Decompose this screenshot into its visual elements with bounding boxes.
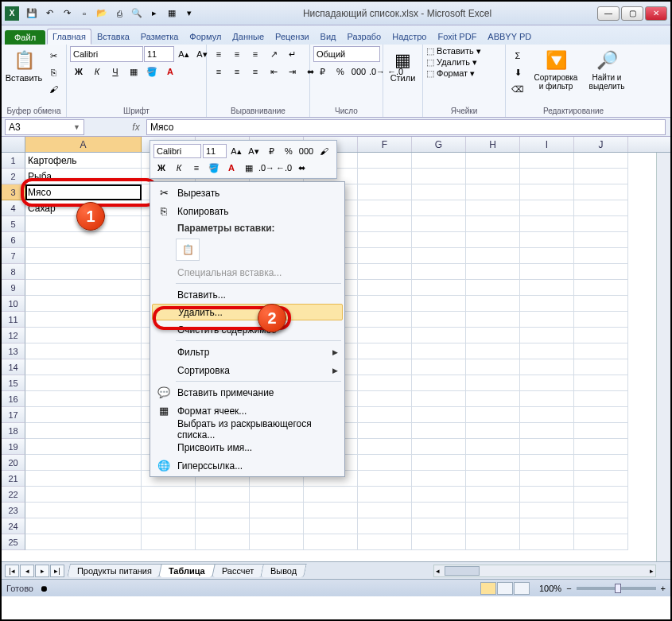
cell[interactable] [412,503,466,518]
grow-font[interactable]: A▴ [175,46,192,62]
cell[interactable] [466,200,520,216]
mini-fill-color[interactable]: 🪣 [206,161,222,175]
menu-filter[interactable]: Фильтр ▶ [152,343,343,361]
cell[interactable] [25,471,142,487]
cell[interactable] [412,184,466,200]
cell[interactable] [412,216,466,232]
cell[interactable] [358,232,412,248]
align-center[interactable]: ≡ [228,64,246,80]
cell[interactable] [358,296,412,312]
menu-copy[interactable]: ⎘ Копировать [152,202,343,220]
cell[interactable] [412,534,466,550]
cell[interactable] [574,471,628,487]
view-page-break[interactable] [514,582,530,595]
cell[interactable] [142,503,196,518]
cell[interactable] [520,391,574,407]
cell[interactable] [25,296,142,312]
sheet-tab[interactable]: Вывод [261,564,308,577]
fx-button[interactable]: fx [127,119,145,135]
cell[interactable]: Мясо [25,184,142,200]
spreadsheet-grid[interactable]: A B C D E F G H I J 1Картофель2Рыба3Мясо… [2,137,670,561]
cell[interactable] [250,503,304,518]
view-page-layout[interactable] [497,582,513,595]
maximize-button[interactable]: ▢ [621,6,643,21]
paste-button[interactable]: 📋 Вставить [5,46,43,84]
row-header[interactable]: 23 [2,503,25,518]
cell[interactable] [358,503,412,518]
fill[interactable]: ⬇ [509,64,526,80]
cell[interactable] [196,534,250,550]
menu-delete[interactable]: Удалить... [152,304,343,320]
cell[interactable] [196,503,250,518]
align-right[interactable]: ≡ [247,64,264,80]
cell[interactable] [466,534,520,550]
row-header[interactable]: 5 [2,216,25,232]
cell[interactable] [574,153,628,169]
tab-layout[interactable]: Разметка [135,29,185,45]
cell[interactable] [466,343,520,359]
cell[interactable] [358,216,412,232]
cell[interactable] [412,232,466,248]
cell[interactable] [25,232,142,248]
mini-inc-decimal[interactable]: .0→ [258,161,274,175]
fill-color-button[interactable]: 🪣 [143,64,161,80]
cell[interactable] [520,280,574,296]
cell[interactable] [574,280,628,296]
cell[interactable] [412,169,466,184]
mini-dec-decimal[interactable]: ←.0 [276,161,292,175]
currency[interactable]: ₽ [313,64,331,80]
tab-addins[interactable]: Надстро [386,29,432,45]
cell[interactable] [520,455,574,471]
cell[interactable] [25,280,142,296]
cell[interactable] [412,280,466,296]
mini-border[interactable]: ▦ [241,161,257,175]
row-header[interactable]: 3 [2,184,25,200]
row-header[interactable]: 18 [2,423,25,439]
qat-preview[interactable]: 🔍 [129,6,145,21]
sheet-tab[interactable]: Таблица [158,564,215,577]
cell[interactable] [142,534,196,550]
row-header[interactable]: 20 [2,455,25,471]
cell[interactable] [358,439,412,455]
tab-developer[interactable]: Разрабо [342,29,387,45]
cell[interactable] [520,264,574,280]
cell[interactable] [358,248,412,264]
row-header[interactable]: 4 [2,200,25,216]
cell[interactable] [412,359,466,375]
cell[interactable] [520,296,574,312]
cell[interactable] [250,518,304,534]
file-tab[interactable]: Файл [5,30,45,45]
zoom-slider[interactable] [577,587,656,590]
percent[interactable]: % [332,64,349,80]
cell[interactable] [358,407,412,423]
cell[interactable] [358,471,412,487]
cell[interactable] [574,439,628,455]
row-header[interactable]: 10 [2,296,25,312]
cell[interactable] [520,232,574,248]
cell[interactable] [466,407,520,423]
row-header[interactable]: 24 [2,518,25,534]
mini-grow-font[interactable]: A▴ [228,144,244,158]
mini-merge[interactable]: ⬌ [293,161,309,175]
menu-insert-comment[interactable]: 💬 Вставить примечание [152,383,343,402]
qat-macro[interactable]: ▦ [164,6,180,21]
mini-comma[interactable]: 000 [298,144,314,158]
cell[interactable] [466,487,520,503]
cell[interactable] [520,200,574,216]
cell[interactable] [358,312,412,328]
cell[interactable] [304,503,358,518]
cell[interactable] [520,343,574,359]
cell[interactable] [466,471,520,487]
cell[interactable] [520,248,574,264]
cell[interactable] [466,439,520,455]
mini-format-painter[interactable]: 🖌 [316,144,332,158]
name-box[interactable]: A3 ▼ [5,119,84,135]
cell[interactable] [412,518,466,534]
cell[interactable] [520,184,574,200]
number-format-combo[interactable]: Общий [313,46,380,62]
view-normal[interactable] [480,582,496,595]
horizontal-scrollbar[interactable]: ◂ ▸ [433,565,656,577]
autosum[interactable]: Σ [509,48,526,64]
cell[interactable] [574,455,628,471]
cell[interactable] [412,439,466,455]
